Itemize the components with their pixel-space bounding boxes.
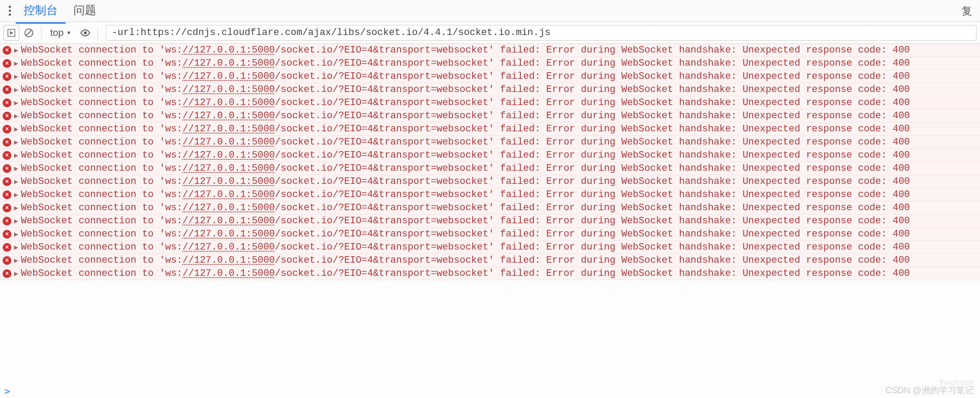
error-icon: × xyxy=(3,99,11,107)
expand-caret-icon[interactable]: ▶ xyxy=(14,164,18,173)
expand-caret-icon[interactable]: ▶ xyxy=(14,46,18,55)
error-icon: × xyxy=(3,59,11,68)
error-icon: × xyxy=(3,177,11,186)
error-message: WebSocket connection to 'ws://127.0.0.1:… xyxy=(21,150,910,161)
toolbar-divider xyxy=(98,27,98,39)
error-icon: × xyxy=(3,164,11,173)
error-icon: × xyxy=(3,85,11,94)
ws-url: //127.0.0.1:5000 xyxy=(182,229,275,240)
ws-url: //127.0.0.1:5000 xyxy=(182,255,275,266)
console-error-row: ×▶WebSocket connection to 'ws://127.0.0.… xyxy=(0,267,980,280)
toggle-sidebar-button[interactable] xyxy=(3,25,19,41)
error-icon: × xyxy=(3,151,11,160)
error-message: WebSocket connection to 'ws://127.0.0.1:… xyxy=(21,176,910,187)
toolbar-divider xyxy=(41,27,42,39)
error-message: WebSocket connection to 'ws://127.0.0.1:… xyxy=(21,255,910,266)
watermark-text: CSDN @洲的学习笔记 xyxy=(885,385,974,395)
error-message: WebSocket connection to 'ws://127.0.0.1:… xyxy=(21,242,910,253)
error-icon: × xyxy=(3,256,11,265)
error-message: WebSocket connection to 'ws://127.0.0.1:… xyxy=(21,202,910,213)
console-error-row: ×▶WebSocket connection to 'ws://127.0.0.… xyxy=(0,228,980,241)
kebab-menu-icon[interactable] xyxy=(3,2,16,19)
error-message: WebSocket connection to 'ws://127.0.0.1:… xyxy=(21,268,910,279)
console-prompt[interactable]: > xyxy=(0,385,980,398)
console-error-row: ×▶WebSocket connection to 'ws://127.0.0.… xyxy=(0,123,980,136)
console-error-row: ×▶WebSocket connection to 'ws://127.0.0.… xyxy=(0,136,980,149)
error-message: WebSocket connection to 'ws://127.0.0.1:… xyxy=(21,189,910,200)
ws-url: //127.0.0.1:5000 xyxy=(182,163,275,174)
ws-url: //127.0.0.1:5000 xyxy=(182,137,275,148)
ws-url: //127.0.0.1:5000 xyxy=(182,71,275,82)
error-icon: × xyxy=(3,243,11,252)
console-error-row: ×▶WebSocket connection to 'ws://127.0.0.… xyxy=(0,254,980,267)
error-message: WebSocket connection to 'ws://127.0.0.1:… xyxy=(21,163,910,174)
tab-issues[interactable]: 问题 xyxy=(66,0,104,24)
console-error-row: ×▶WebSocket connection to 'ws://127.0.0.… xyxy=(0,201,980,215)
console-error-row: ×▶WebSocket connection to 'ws://127.0.0.… xyxy=(0,149,980,162)
play-in-box-icon xyxy=(7,29,15,37)
expand-caret-icon[interactable]: ▶ xyxy=(14,72,18,81)
expand-caret-icon[interactable]: ▶ xyxy=(14,125,18,134)
console-error-row: ×▶WebSocket connection to 'ws://127.0.0.… xyxy=(0,188,980,201)
ws-url: //127.0.0.1:5000 xyxy=(182,215,275,226)
eye-icon xyxy=(80,28,91,38)
expand-caret-icon[interactable]: ▶ xyxy=(14,217,18,225)
expand-caret-icon[interactable]: ▶ xyxy=(14,138,18,147)
expand-caret-icon[interactable]: ▶ xyxy=(14,269,18,278)
ws-url: //127.0.0.1:5000 xyxy=(182,189,275,200)
error-icon: × xyxy=(3,46,11,55)
ws-url: //127.0.0.1:5000 xyxy=(182,110,275,121)
error-message: WebSocket connection to 'ws://127.0.0.1:… xyxy=(21,123,910,134)
error-icon: × xyxy=(3,230,11,239)
error-icon: × xyxy=(3,217,11,225)
live-expression-button[interactable] xyxy=(77,25,93,41)
context-selector[interactable]: top xyxy=(46,25,76,40)
error-icon: × xyxy=(3,138,11,147)
console-error-row: ×▶WebSocket connection to 'ws://127.0.0.… xyxy=(0,175,980,188)
ws-url: //127.0.0.1:5000 xyxy=(182,58,275,69)
console-log-area: ×▶WebSocket connection to 'ws://127.0.0.… xyxy=(0,44,980,385)
expand-caret-icon[interactable]: ▶ xyxy=(14,151,18,160)
tab-console[interactable]: 控制台 xyxy=(16,0,66,24)
error-message: WebSocket connection to 'ws://127.0.0.1:… xyxy=(21,215,910,226)
ws-url: //127.0.0.1:5000 xyxy=(182,84,275,95)
expand-caret-icon[interactable]: ▶ xyxy=(14,204,18,212)
error-message: WebSocket connection to 'ws://127.0.0.1:… xyxy=(21,71,910,82)
copy-button[interactable]: 复 xyxy=(957,1,977,21)
error-icon: × xyxy=(3,125,11,134)
expand-caret-icon[interactable]: ▶ xyxy=(14,190,18,199)
error-message: WebSocket connection to 'ws://127.0.0.1:… xyxy=(21,45,910,56)
svg-line-3 xyxy=(26,30,31,35)
ws-url: //127.0.0.1:5000 xyxy=(182,202,275,213)
console-error-row: ×▶WebSocket connection to 'ws://127.0.0.… xyxy=(0,57,980,70)
expand-caret-icon[interactable]: ▶ xyxy=(14,256,18,265)
console-error-row: ×▶WebSocket connection to 'ws://127.0.0.… xyxy=(0,44,980,57)
console-toolbar: top xyxy=(0,22,980,44)
error-icon: × xyxy=(3,72,11,81)
expand-caret-icon[interactable]: ▶ xyxy=(14,59,18,68)
clear-console-button[interactable] xyxy=(21,25,37,41)
expand-caret-icon[interactable]: ▶ xyxy=(14,177,18,186)
ws-url: //127.0.0.1:5000 xyxy=(182,176,275,187)
ws-url: //127.0.0.1:5000 xyxy=(182,45,275,56)
console-error-row: ×▶WebSocket connection to 'ws://127.0.0.… xyxy=(0,215,980,228)
console-error-row: ×▶WebSocket connection to 'ws://127.0.0.… xyxy=(0,96,980,109)
console-error-row: ×▶WebSocket connection to 'ws://127.0.0.… xyxy=(0,109,980,123)
error-icon: × xyxy=(3,204,11,212)
expand-caret-icon[interactable]: ▶ xyxy=(14,99,18,107)
expand-caret-icon[interactable]: ▶ xyxy=(14,112,18,120)
chevron-right-icon: > xyxy=(4,386,10,397)
ws-url: //127.0.0.1:5000 xyxy=(182,242,275,253)
error-message: WebSocket connection to 'ws://127.0.0.1:… xyxy=(21,229,910,240)
svg-point-4 xyxy=(84,31,87,34)
ws-url: //127.0.0.1:5000 xyxy=(182,150,275,161)
expand-caret-icon[interactable]: ▶ xyxy=(14,243,18,252)
error-message: WebSocket connection to 'ws://127.0.0.1:… xyxy=(21,137,910,148)
console-filter-input[interactable] xyxy=(106,25,977,41)
error-message: WebSocket connection to 'ws://127.0.0.1:… xyxy=(21,58,910,69)
devtools-tabbar: 控制台 问题 复 xyxy=(0,0,980,22)
expand-caret-icon[interactable]: ▶ xyxy=(14,85,18,94)
console-error-row: ×▶WebSocket connection to 'ws://127.0.0.… xyxy=(0,162,980,175)
expand-caret-icon[interactable]: ▶ xyxy=(14,230,18,239)
watermark: Yuucn.com CSDN @洲的学习笔记 xyxy=(885,384,974,396)
